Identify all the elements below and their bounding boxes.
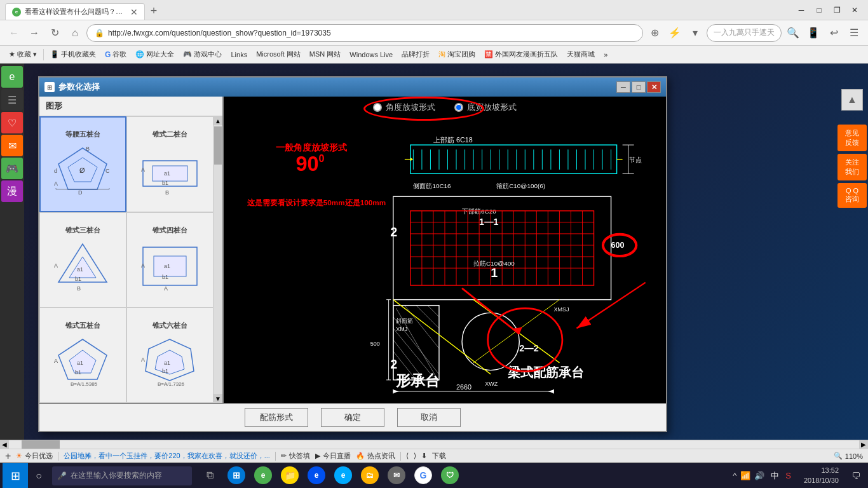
lightning-button[interactable]: ⚡ (666, 24, 684, 42)
forward-button[interactable]: → (25, 24, 43, 42)
taskbar-app-mail[interactable]: ✉ (384, 463, 409, 489)
taskbar-app-ie[interactable]: e (330, 463, 356, 489)
browser-frame: e 看看这样设置有什么问题吗？老丨 ✕ + ─ □ ❐ ✕ ← → ↻ ⌂ 🔒 … (0, 0, 868, 488)
shape-cell-2[interactable]: 锥式二桩台 a1 b1 A (126, 116, 214, 212)
ime-indicator[interactable]: 中 (768, 469, 782, 483)
bookmark-links[interactable]: Links (227, 50, 251, 60)
notification-button[interactable]: 🗨 (846, 463, 865, 489)
bookmark-branddeals[interactable]: 品牌打折 (398, 48, 433, 60)
windowslive-label: Windows Live (349, 51, 393, 58)
tab-close-button[interactable]: ✕ (130, 7, 138, 17)
active-tab[interactable]: e 看看这样设置有什么问题吗？老丨 ✕ (5, 3, 145, 20)
shape-svg-1: Ø d A C B D (51, 142, 115, 199)
more-label: » (604, 51, 607, 58)
bookmark-windowslive[interactable]: Windows Live (346, 50, 397, 60)
settings-icon[interactable]: ↩ (825, 24, 843, 42)
bookmark-taobao[interactable]: 淘 淘宝团购 (435, 48, 479, 60)
menu-button[interactable]: ☰ (845, 24, 863, 42)
horizontal-scrollbar[interactable]: ◀ ▶ (0, 440, 868, 449)
svg-text:斜面筋: 斜面筋 (396, 318, 413, 324)
dialog-minimize-button[interactable]: ─ (616, 81, 630, 93)
radio-option-angle[interactable]: 角度放坡形式 (373, 102, 435, 113)
taobao-icon: 淘 (438, 50, 445, 59)
task-search-button[interactable]: ○ (28, 463, 50, 489)
close-button[interactable]: ✕ (846, 2, 863, 18)
radio-option-width[interactable]: 底宽放坡形式 (454, 102, 517, 113)
start-button[interactable]: ⊞ (3, 463, 28, 489)
restore-button[interactable]: ❐ (829, 2, 845, 18)
shapes-scrollbar[interactable]: ▲ ▼ (214, 116, 222, 403)
taskbar-app-360[interactable]: 🛡 (437, 463, 463, 489)
scroll-thumb[interactable] (22, 440, 60, 449)
hot-news[interactable]: 🔥 热点资讯 (356, 451, 395, 461)
taskbar-app-taskview[interactable]: ⧉ (197, 463, 222, 489)
svg-text:D: D (78, 189, 83, 196)
news-text[interactable]: 公园地摊，看中一个玉挂件，要价220，我家在欢喜，就没还价，... (64, 451, 270, 461)
bookmark-google[interactable]: G 谷歌 (101, 48, 130, 60)
dropdown-button[interactable]: ▾ (686, 24, 704, 42)
dialog-footer: 配筋形式 确定 取消 (39, 403, 666, 431)
taskbar-app-start2[interactable]: ⊞ (224, 463, 249, 489)
clock-area[interactable]: 13:52 2018/10/30 (799, 466, 844, 485)
svg-text:A: A (54, 262, 58, 269)
taskbar-app-edge[interactable]: e (304, 463, 329, 489)
bookmark-tmall[interactable]: 天猫商城 (563, 48, 599, 60)
bookmark-comics[interactable]: 🈲 外国网友漫画折五队 (480, 48, 562, 60)
today-picks[interactable]: ☀ 今日优选 (16, 451, 53, 461)
search-status-icon: 🔍 (834, 452, 843, 460)
bookmark-more[interactable]: » (600, 50, 611, 60)
weburl-label: 🌐 网址大全 (135, 50, 174, 59)
cancel-button[interactable]: 取消 (397, 408, 461, 427)
device-icon[interactable]: 📱 (804, 24, 822, 42)
add-tab-button[interactable]: + (5, 451, 11, 462)
shape-cell-5[interactable]: 锥式五桩台 a1 b1 A (39, 308, 126, 403)
taskbar-app-explorer[interactable]: 📁 (277, 463, 302, 489)
bookmark-collections[interactable]: ★ 收藏▾ (5, 48, 41, 60)
scroll-left-arrow[interactable]: ◀ (0, 440, 9, 449)
antivirus-icon[interactable]: S (785, 471, 791, 480)
arrow-right[interactable]: ⟩ (414, 452, 416, 460)
taskbar-app-google[interactable]: G (410, 463, 436, 489)
dialog-close-button[interactable]: ✕ (647, 81, 661, 93)
scroll-down-btn[interactable]: ▼ (214, 394, 222, 403)
address-bar[interactable]: 🔒 http://e.fwxgx.com/question/question_s… (86, 24, 643, 42)
today-live[interactable]: ▶ 今日直播 (315, 451, 351, 461)
svg-text:XWZ: XWZ (485, 381, 498, 387)
pejin-button[interactable]: 配筋形式 (245, 408, 308, 427)
shape-cell-6[interactable]: 锥式六桩台 a1 b1 A (126, 308, 214, 403)
maximize-button[interactable]: □ (811, 2, 827, 18)
home-button[interactable]: ⌂ (66, 24, 84, 42)
download-icon[interactable]: ⬇ (421, 452, 427, 460)
new-tab-button[interactable]: + (145, 2, 163, 20)
bookmark-microsoft[interactable]: Microsoft 网站 (252, 48, 304, 60)
shape-cell-4[interactable]: 锥式四桩台 a1 b1 A (126, 212, 214, 308)
bookmark-mobile[interactable]: 📱 手机收藏夹 (46, 48, 100, 60)
confirm-button[interactable]: 确定 (321, 408, 384, 427)
scroll-up-btn[interactable]: ▲ (214, 116, 222, 125)
quick-fill[interactable]: ✏ 快答填 (281, 451, 310, 461)
taskbar-app-browser[interactable]: e (250, 463, 276, 489)
search-icon[interactable]: 🔍 (784, 24, 802, 42)
volume-icon[interactable]: 🔊 (754, 471, 764, 480)
taskbar-app-files[interactable]: 🗂 (357, 463, 383, 489)
shape-cell-1[interactable]: 等腰五桩台 Ø d A (39, 116, 126, 212)
browser-status-bar: + ☀ 今日优选 公园地摊，看中一个玉挂件，要价220，我家在欢喜，就没还价，.… (0, 449, 868, 463)
network-icon[interactable]: 📶 (740, 471, 750, 480)
tray-up-arrow[interactable]: ^ (733, 471, 736, 480)
scroll-thumb[interactable] (214, 126, 222, 165)
taskbar-search[interactable]: 🎤 在这里输入你要搜索的内容 (52, 466, 192, 485)
back-button[interactable]: ← (5, 24, 23, 42)
bookmark-games[interactable]: 🎮 游戏中心 (179, 48, 226, 60)
shape-cell-3[interactable]: 锥式三桩台 a1 b1 A (39, 212, 126, 308)
bookmark-msn[interactable]: MSN 网站 (306, 48, 345, 60)
dialog-maximize-button[interactable]: □ (632, 81, 646, 93)
scroll-right-arrow[interactable]: ▶ (859, 440, 868, 449)
refresh-button[interactable]: ↻ (46, 24, 64, 42)
svg-text:A: A (141, 166, 145, 173)
minimize-button[interactable]: ─ (793, 2, 810, 18)
bookmark-weburl[interactable]: 🌐 网址大全 (132, 48, 178, 60)
share-button[interactable]: ⊕ (646, 24, 663, 42)
zoom-control[interactable]: 🔍 110% (834, 452, 863, 460)
search-box[interactable]: 一入九萬只手遮天 (707, 24, 782, 42)
arrow-left[interactable]: ⟨ (406, 452, 409, 460)
